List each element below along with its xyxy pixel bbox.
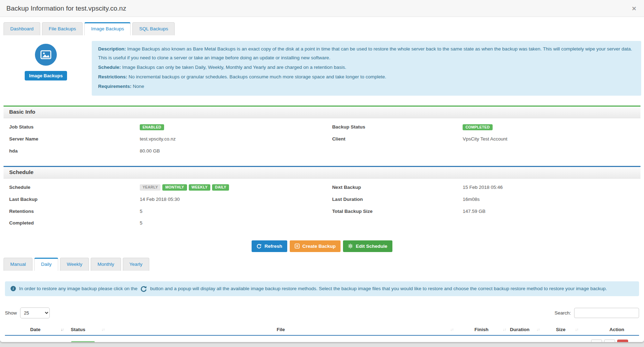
next-backup-value: 15 Feb 2018 05:46 [457, 181, 640, 193]
schedule-label: Schedule [4, 181, 134, 193]
client-label: Client [326, 133, 457, 145]
restrictions-label: Restrictions: [98, 74, 127, 79]
basic-info-title: Basic Info [4, 107, 640, 118]
requirements-text: None [133, 84, 144, 89]
schedule-text: Image Backups can only be taken Daily, W… [122, 65, 346, 70]
column-header-action: Action [580, 324, 639, 335]
tab-dashboard[interactable]: Dashboard [4, 22, 40, 35]
restore-note-suffix: button and a popup will display all the … [150, 286, 607, 291]
edit-schedule-label: Edit Schedule [356, 244, 387, 249]
column-header-status[interactable]: Status↓↑ [66, 324, 107, 335]
requirements-paragraph: Requirements: None [98, 82, 635, 91]
restore-backup-button[interactable] [591, 340, 602, 342]
sort-icon: ↓↑ [450, 327, 453, 331]
backup-status-badge: COMPLETED [463, 124, 493, 131]
backup-finish: 14 Feb 2018 05:46 [455, 335, 508, 342]
basic-info-grid: Job Status ENABLED Backup Status COMPLET… [4, 118, 640, 161]
create-backup-label: Create Backup [302, 244, 336, 249]
tab-yearly[interactable]: Yearly [123, 258, 149, 271]
backup-date: 14 Feb 2018 05:30 [5, 335, 66, 342]
column-header-file[interactable]: File↓↑ [107, 324, 455, 335]
search-control: Search: [554, 308, 639, 318]
description-panel: Description: Image Backups also known as… [92, 41, 641, 96]
column-header-size[interactable]: Size↓↑ [541, 324, 580, 335]
picture-icon [40, 49, 52, 61]
duration-column-label: Duration [510, 327, 530, 332]
sort-icon: ↓↑ [61, 327, 64, 331]
search-label: Search: [554, 310, 571, 316]
hda-value: 80.00 GB [134, 145, 326, 157]
sort-icon: ↓↑ [102, 327, 105, 331]
modal-header: Backup Information for test.vpscity.co.n… [0, 0, 644, 17]
column-header-date[interactable]: Date↓↑ [5, 324, 66, 335]
description-label: Description: [98, 46, 126, 52]
table-controls: Show 25 Search: [5, 307, 639, 318]
edit-schedule-button[interactable]: Edit Schedule [343, 240, 392, 252]
schedule-badges: YEARLY MONTHLY WEEKLY DAILY [134, 181, 326, 193]
last-duration-label: Last Duration [326, 193, 457, 205]
description-text: Image Backups also known as Bare Metal B… [98, 46, 632, 60]
page-size-select[interactable]: 25 [20, 307, 50, 318]
action-column-label: Action [609, 327, 624, 332]
server-name-label: Server Name [4, 133, 134, 145]
server-name-value: test.vpscity.co.nz [134, 133, 326, 145]
backup-info-modal: Backup Information for test.vpscity.co.n… [0, 0, 644, 342]
monthly-badge: MONTHLY [162, 184, 187, 191]
daily-backups-panel: i In order to restore any image backup p… [0, 281, 644, 342]
total-backup-size-label: Total Backup Size [326, 205, 457, 217]
sort-icon: ↓↑ [503, 327, 506, 331]
main-tab-bar: Dashboard File Backups Image Backups SQL… [0, 22, 644, 35]
image-backups-icon-block: Image Backups [0, 41, 92, 96]
backup-row: 14 Feb 2018 05:30 SUCCESS 1518539402_123… [5, 335, 639, 342]
total-backup-size-value: 147.59 GB [457, 205, 640, 217]
create-backup-button[interactable]: Create Backup [290, 240, 341, 252]
tab-weekly[interactable]: Weekly [60, 258, 89, 271]
weekly-badge: WEEKLY [189, 184, 211, 191]
sort-icon: ↓↑ [575, 327, 578, 331]
backups-table: Date↓↑ Status↓↑ File↓↑ Finish↓↑ Duration… [5, 324, 639, 342]
date-column-label: Date [30, 327, 41, 332]
tab-sql-backups[interactable]: SQL Backups [132, 22, 175, 35]
image-backups-label: Image Backups [25, 71, 67, 80]
refresh-button[interactable]: Refresh [252, 240, 287, 252]
backup-file: 1518539402_1234_test.vpscity.co.nz.tgz [107, 335, 455, 342]
restore-note-prefix: In order to restore any image backup ple… [19, 286, 137, 291]
page-size-control: Show 25 [5, 307, 50, 318]
close-icon[interactable]: × [631, 4, 638, 13]
tab-manual[interactable]: Manual [4, 258, 32, 271]
backup-size: 15.88 GB [541, 335, 580, 342]
last-backup-value: 14 Feb 2018 05:30 [134, 193, 326, 205]
retentions-value: 5 [134, 205, 326, 217]
image-backups-icon [35, 44, 57, 66]
delete-backup-button[interactable] [617, 340, 628, 342]
unlock-backup-button[interactable] [604, 340, 615, 342]
retentions-label: Retentions [4, 205, 134, 217]
client-value: VpsCity Test Account [457, 133, 640, 145]
schedule-label: Schedule: [98, 65, 121, 70]
tab-image-backups[interactable]: Image Backups [84, 22, 131, 35]
requirements-label: Requirements: [98, 84, 132, 89]
restrictions-text: No incremental backups or granular sched… [128, 74, 386, 79]
search-input[interactable] [574, 308, 639, 318]
size-column-label: Size [556, 327, 566, 332]
refresh-label: Refresh [264, 244, 282, 249]
table-header-row: Date↓↑ Status↓↑ File↓↑ Finish↓↑ Duration… [5, 324, 639, 335]
column-header-duration[interactable]: Duration↓↑ [508, 324, 541, 335]
basic-info-panel: Basic Info Job Status ENABLED Backup Sta… [4, 106, 640, 161]
info-icon: i [11, 286, 16, 291]
finish-column-label: Finish [475, 327, 489, 332]
completed-value: 5 [134, 217, 326, 229]
show-label: Show [5, 310, 17, 316]
column-header-finish[interactable]: Finish↓↑ [455, 324, 508, 335]
hda-label: hda [4, 145, 134, 157]
tab-monthly[interactable]: Monthly [91, 258, 121, 271]
next-backup-label: Next Backup [326, 181, 457, 193]
job-status-label: Job Status [4, 121, 134, 133]
tab-file-backups[interactable]: File Backups [42, 22, 83, 35]
schedule-paragraph: Schedule: Image Backups can only be take… [98, 63, 635, 72]
actions-row: Refresh Create Backup Edit Schedule [0, 240, 644, 252]
yearly-badge: YEARLY [140, 184, 161, 191]
tab-daily[interactable]: Daily [34, 258, 58, 271]
refresh-icon [257, 244, 261, 249]
completed-label: Completed [4, 217, 134, 229]
